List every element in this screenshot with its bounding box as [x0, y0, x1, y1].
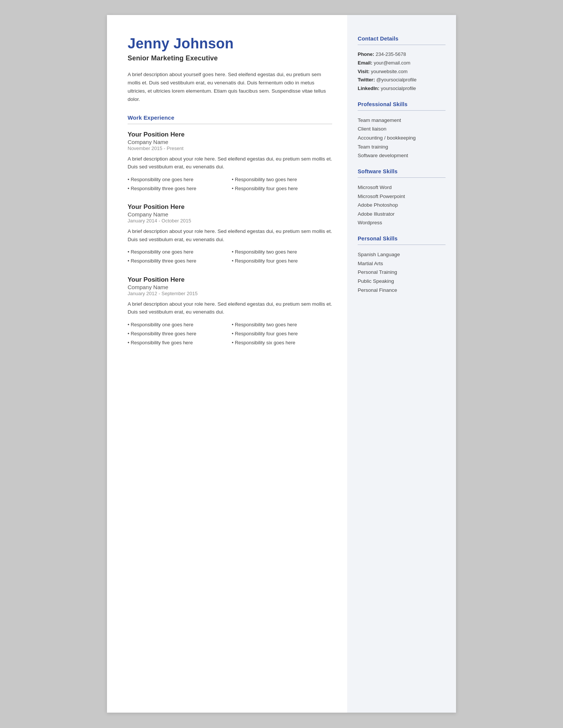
- job-2-resp-1: Responsibility one goes here: [128, 248, 228, 256]
- twitter-label: Twitter:: [358, 77, 375, 83]
- software-skills-section: Software Skills Microsoft Word Microsoft…: [358, 168, 446, 227]
- job-3: Your Position Here Company Name January …: [128, 276, 332, 347]
- job-2-desc: A brief description about your role here…: [128, 227, 332, 243]
- per-skill-5: Personal Finance: [358, 286, 446, 295]
- contact-section: Contact Details Phone: 234-235-5678 Emai…: [358, 36, 446, 93]
- email-label: Email:: [358, 60, 372, 66]
- software-skills-divider: [358, 177, 446, 178]
- pro-skill-1: Team management: [358, 116, 446, 125]
- pro-skill-3: Accounting / bookkeeping: [358, 134, 446, 143]
- job-1-resp-2: Responsibility two goes here: [232, 176, 333, 184]
- job-1-resp-3: Responsibility three goes here: [128, 185, 228, 193]
- visit-label: Visit:: [358, 69, 370, 74]
- name-title-block: Jenny Johnson Senior Marketing Executive: [128, 36, 332, 62]
- software-skills-list: Microsoft Word Microsoft Powerpoint Adob…: [358, 183, 446, 227]
- candidate-name: Jenny Johnson: [128, 36, 332, 52]
- professional-skills-title: Professional Skills: [358, 101, 446, 107]
- contact-email: Email: your@email.com: [358, 59, 446, 68]
- per-skill-2: Martial Arts: [358, 259, 446, 268]
- job-1-resp-4: Responsibility four goes here: [232, 185, 333, 193]
- job-3-responsibilities: Responsibility one goes here Responsibil…: [128, 321, 332, 347]
- job-1-title: Your Position Here: [128, 131, 332, 138]
- personal-skills-list: Spanish Language Martial Arts Personal T…: [358, 250, 446, 294]
- job-2: Your Position Here Company Name January …: [128, 203, 332, 265]
- job-3-resp-3: Responsibility three goes here: [128, 330, 228, 338]
- professional-skills-section: Professional Skills Team management Clie…: [358, 101, 446, 160]
- job-1-dates: November 2015 - Present: [128, 146, 332, 151]
- contact-visit: Visit: yourwebsite.com: [358, 68, 446, 76]
- work-experience-heading: Work Experience: [128, 114, 332, 121]
- sw-skill-1: Microsoft Word: [358, 183, 446, 192]
- job-3-resp-4: Responsibility four goes here: [232, 330, 333, 338]
- sw-skill-3: Adobe Photoshop: [358, 201, 446, 210]
- linkedin-label: LinkedIn:: [358, 86, 379, 91]
- job-3-resp-5: Responsibility five goes here: [128, 339, 228, 347]
- pro-skill-5: Software development: [358, 151, 446, 160]
- job-3-dates: January 2012 - September 2015: [128, 291, 332, 296]
- job-1-responsibilities: Responsibility one goes here Responsibil…: [128, 176, 332, 193]
- contact-linkedin: LinkedIn: yoursocialprofile: [358, 84, 446, 93]
- right-column: Contact Details Phone: 234-235-5678 Emai…: [347, 15, 456, 713]
- bio-text: A brief description about yourself goes …: [128, 71, 332, 104]
- job-3-resp-2: Responsibility two goes here: [232, 321, 333, 329]
- job-3-resp-6: Responsibility six goes here: [232, 339, 333, 347]
- per-skill-1: Spanish Language: [358, 250, 446, 259]
- per-skill-3: Personal Training: [358, 268, 446, 277]
- job-2-dates: January 2014 - October 2015: [128, 218, 332, 224]
- pro-skill-4: Team training: [358, 143, 446, 152]
- job-1-desc: A brief description about your role here…: [128, 155, 332, 171]
- resume-page: Jenny Johnson Senior Marketing Executive…: [107, 15, 456, 713]
- per-skill-4: Public Speaking: [358, 277, 446, 286]
- twitter-value: @yoursocialprofile: [376, 77, 417, 83]
- personal-skills-title: Personal Skills: [358, 236, 446, 242]
- contact-phone: Phone: 234-235-5678: [358, 50, 446, 59]
- sw-skill-5: Wordpress: [358, 218, 446, 227]
- professional-skills-divider: [358, 110, 446, 111]
- professional-skills-list: Team management Client liaison Accountin…: [358, 116, 446, 160]
- job-2-resp-4: Responsibility four goes here: [232, 257, 333, 265]
- personal-skills-divider: [358, 245, 446, 245]
- linkedin-value: yoursocialprofile: [381, 86, 416, 91]
- job-2-title: Your Position Here: [128, 203, 332, 211]
- work-experience-divider: [128, 124, 332, 124]
- job-2-resp-3: Responsibility three goes here: [128, 257, 228, 265]
- contact-divider: [358, 45, 446, 45]
- job-2-responsibilities: Responsibility one goes here Responsibil…: [128, 248, 332, 265]
- contact-title: Contact Details: [358, 36, 446, 42]
- job-2-company: Company Name: [128, 211, 332, 218]
- job-1-resp-1: Responsibility one goes here: [128, 176, 228, 184]
- job-2-resp-2: Responsibility two goes here: [232, 248, 333, 256]
- sw-skill-2: Microsoft Powerpoint: [358, 192, 446, 201]
- phone-value: 234-235-5678: [376, 51, 406, 57]
- sw-skill-4: Adobe Illustrator: [358, 210, 446, 219]
- left-column: Jenny Johnson Senior Marketing Executive…: [107, 15, 347, 713]
- software-skills-title: Software Skills: [358, 168, 446, 174]
- job-3-company: Company Name: [128, 284, 332, 290]
- job-1: Your Position Here Company Name November…: [128, 131, 332, 193]
- contact-twitter: Twitter: @yoursocialprofile: [358, 76, 446, 84]
- job-3-desc: A brief description about your role here…: [128, 300, 332, 316]
- job-3-title: Your Position Here: [128, 276, 332, 284]
- job-1-company: Company Name: [128, 139, 332, 145]
- phone-label: Phone:: [358, 51, 374, 57]
- email-value: your@email.com: [374, 60, 411, 66]
- personal-skills-section: Personal Skills Spanish Language Martial…: [358, 236, 446, 294]
- candidate-title: Senior Marketing Executive: [128, 54, 332, 62]
- job-3-resp-1: Responsibility one goes here: [128, 321, 228, 329]
- pro-skill-2: Client liaison: [358, 125, 446, 134]
- visit-value: yourwebsite.com: [371, 69, 408, 74]
